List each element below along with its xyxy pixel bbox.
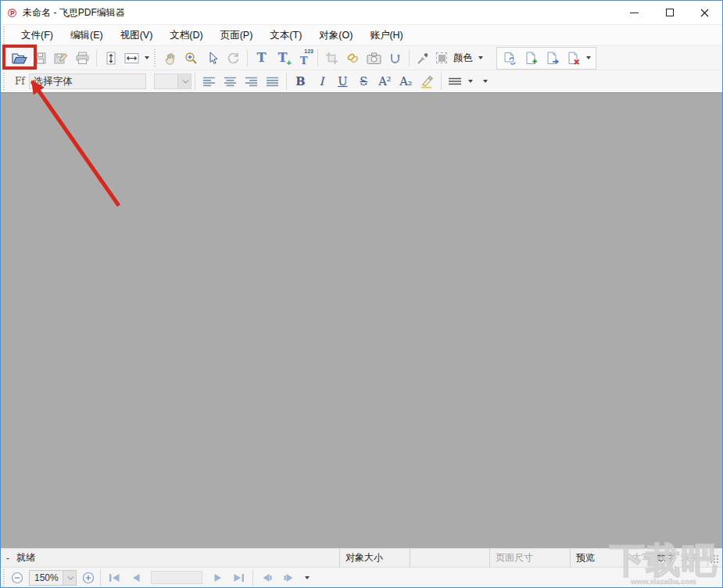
previous-page-button[interactable] <box>125 568 146 588</box>
preview-label: 预览 <box>576 551 595 565</box>
nav-overflow-caret[interactable] <box>305 576 310 579</box>
resize-grip[interactable] <box>710 554 720 565</box>
font-size-combo[interactable] <box>154 74 191 89</box>
previous-view-button[interactable] <box>256 568 277 588</box>
minimize-icon <box>630 13 639 13</box>
zoom-out-button[interactable] <box>9 568 26 588</box>
zoom-level-value: 150% <box>30 571 63 585</box>
font-size-dropdown[interactable] <box>177 74 191 88</box>
align-justify-icon <box>266 77 279 87</box>
toolbar-separator <box>96 49 97 66</box>
replace-page-button[interactable] <box>499 48 521 68</box>
subscript-button[interactable]: A₂ <box>396 71 417 91</box>
menu-object[interactable]: 对象(O) <box>313 26 359 45</box>
status-object-size-segment: 对象大小 <box>339 549 410 567</box>
save-as-button[interactable] <box>51 48 72 68</box>
save-button[interactable] <box>30 48 51 68</box>
subscript-icon: A₂ <box>399 76 412 88</box>
page-export-icon <box>546 52 559 65</box>
color-dropdown-caret[interactable] <box>478 56 483 59</box>
toolbar1b-gripper[interactable] <box>153 49 157 66</box>
italic-button[interactable]: I <box>311 71 332 91</box>
plus-badge-icon: + <box>287 59 292 67</box>
print-button[interactable] <box>72 48 93 68</box>
insert-page-button[interactable] <box>521 48 542 68</box>
bottombar-gripper[interactable] <box>2 569 6 586</box>
minimize-button[interactable] <box>617 1 652 24</box>
insert-textbox-button[interactable]: T + <box>272 48 293 68</box>
document-canvas[interactable] <box>1 92 722 548</box>
open-file-button[interactable] <box>9 48 30 68</box>
fit-dropdown-caret[interactable] <box>145 56 149 59</box>
superscript-icon: A² <box>378 76 391 88</box>
preview-button[interactable]: 预览 <box>570 549 626 567</box>
status-prefix: - <box>6 553 9 564</box>
eyedropper-button[interactable] <box>413 48 434 68</box>
line-style-button[interactable] <box>445 71 466 91</box>
line-style-dropdown-caret[interactable] <box>468 80 473 83</box>
menu-page[interactable]: 页面(P) <box>214 26 259 45</box>
italic-icon: I <box>319 76 324 88</box>
text-num-icon: T <box>300 56 308 66</box>
underline-button[interactable]: U <box>332 71 353 91</box>
page-tools-dropdown-caret[interactable] <box>586 56 591 59</box>
select-tool-button[interactable] <box>202 48 223 68</box>
bold-icon: B <box>295 76 305 88</box>
app-window: ℗ 未命名 - 飞思PDF编辑器 文件(F) 编辑(E) 视图(V) 文档(D)… <box>0 0 723 588</box>
toolbar-separator <box>195 73 195 90</box>
hand-tool-button[interactable] <box>159 48 181 68</box>
page-number-input[interactable] <box>151 571 202 584</box>
highlight-button[interactable] <box>417 71 438 91</box>
font-size-value <box>155 74 177 88</box>
close-button[interactable] <box>687 1 722 24</box>
fit-width-button[interactable] <box>121 48 142 68</box>
next-page-icon <box>213 573 223 583</box>
toolbar1-gripper[interactable] <box>2 49 6 66</box>
bold-button[interactable]: B <box>290 71 311 91</box>
font-select-input[interactable] <box>29 74 146 89</box>
zoom-tool-button[interactable] <box>181 48 202 68</box>
align-justify-button[interactable] <box>262 71 283 91</box>
snapshot-tool-button[interactable] <box>363 48 385 68</box>
menubar-gripper[interactable] <box>2 27 6 44</box>
add-text-tool-button[interactable]: T <box>251 48 272 68</box>
text-tool-icon: T <box>257 52 267 64</box>
align-right-button[interactable] <box>241 71 262 91</box>
first-page-button[interactable] <box>104 568 125 588</box>
last-page-button[interactable] <box>228 568 249 588</box>
rotate-tool-button[interactable] <box>223 48 244 68</box>
menu-document[interactable]: 文档(D) <box>163 26 209 45</box>
menu-file[interactable]: 文件(F) <box>15 26 59 45</box>
next-page-button[interactable] <box>207 568 228 588</box>
zoom-in-button[interactable] <box>80 568 97 588</box>
save-icon <box>34 52 47 65</box>
next-view-button[interactable] <box>277 568 299 588</box>
menu-edit[interactable]: 编辑(E) <box>64 26 109 45</box>
menu-account[interactable]: 账户(H) <box>363 26 409 45</box>
align-left-button[interactable] <box>199 71 220 91</box>
crop-tool-button[interactable] <box>321 48 342 68</box>
font-icon: Ff <box>15 76 25 87</box>
underline-icon: U <box>338 76 347 88</box>
numbering-tool-button[interactable]: T 123 <box>293 48 314 68</box>
fit-height-button[interactable] <box>100 48 121 68</box>
link-tool-button[interactable] <box>342 48 363 68</box>
zoom-level-dropdown[interactable] <box>63 571 76 585</box>
toolbar2-gripper[interactable] <box>2 73 6 90</box>
menu-text[interactable]: 文本(T) <box>263 26 308 45</box>
strikethrough-button[interactable]: S <box>353 71 374 91</box>
superscript-button[interactable]: A² <box>374 71 396 91</box>
align-center-button[interactable] <box>220 71 241 91</box>
menu-view[interactable]: 视图(V) <box>114 26 159 45</box>
first-page-icon <box>109 573 120 583</box>
color-picker-button[interactable] <box>434 48 449 68</box>
crop-icon <box>325 52 338 65</box>
path-tool-button[interactable] <box>385 48 406 68</box>
maximize-button[interactable] <box>652 1 687 24</box>
color-label[interactable]: 颜色 <box>453 52 473 65</box>
delete-page-button[interactable] <box>563 48 584 68</box>
toolbar-separator <box>441 73 442 90</box>
toolbar-overflow-caret[interactable] <box>483 80 488 83</box>
extract-page-button[interactable] <box>542 48 563 68</box>
zoom-level-combo[interactable]: 150% <box>29 570 77 586</box>
